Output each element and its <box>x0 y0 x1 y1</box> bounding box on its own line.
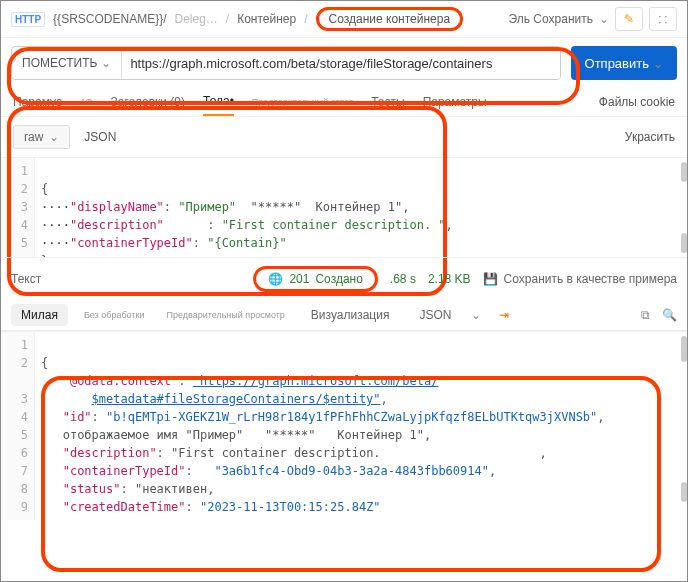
scrollbar[interactable] <box>681 482 687 502</box>
chevron-down-icon <box>49 130 59 144</box>
tab-headers[interactable]: Заголовки (9) <box>110 95 185 115</box>
chevron-down-icon[interactable] <box>599 12 609 26</box>
url-input[interactable] <box>122 47 559 79</box>
breadcrumb-srs: {{SRSCODENAME}}/ <box>53 12 166 26</box>
scrollbar[interactable] <box>681 162 687 182</box>
chevron-down-icon <box>653 56 663 71</box>
resp-lang-json[interactable]: JSON <box>409 304 461 326</box>
resp-tab-preview[interactable]: Предварительный просмотр <box>160 306 290 324</box>
resp-tab-visual[interactable]: Визуализация <box>301 304 400 326</box>
breadcrumb-sep1: / <box>226 12 229 26</box>
tab-auth[interactable]: АФ <box>80 97 93 113</box>
tab-settings[interactable]: Параметры <box>423 95 487 115</box>
response-label: Текст <box>11 272 41 286</box>
resp-size: 2.18 KB <box>428 272 471 286</box>
breadcrumb-sep2: / <box>304 12 307 26</box>
tab-tests[interactable]: Тесты <box>371 95 404 115</box>
save-example-link[interactable]: Сохранить в качестве примера <box>504 272 677 286</box>
body-lang-json[interactable]: JSON <box>84 130 116 144</box>
scrollbar[interactable] <box>681 336 687 362</box>
http-method-label: ПОМЕСТИТЬ <box>22 56 97 70</box>
status-pill: 🌐 201 Создано <box>253 266 377 292</box>
line-gutter: 123456789 <box>1 332 35 520</box>
save-button[interactable]: Эль Сохранить <box>509 12 593 26</box>
resp-time: .68 s <box>390 272 416 286</box>
tab-prereq[interactable]: Предварительный ответ <box>252 97 353 113</box>
line-gutter: 12345 <box>1 158 35 257</box>
tab-create-container[interactable]: Создание контейнера <box>316 7 464 31</box>
body-mode-raw[interactable]: raw <box>13 125 70 149</box>
request-body-editor[interactable]: { ····"displayName": "Пример" "*****" Ко… <box>35 158 687 257</box>
send-button[interactable]: Отправить <box>571 46 677 80</box>
wrap-icon[interactable]: ⇥ <box>499 308 509 322</box>
status-code: 201 <box>289 272 309 286</box>
breadcrumb-deleg: Deleg… <box>175 12 218 26</box>
resp-tab-raw[interactable]: Без обработки <box>78 306 151 324</box>
link-cookies[interactable]: Файлы cookie <box>599 95 675 115</box>
status-text: Создано <box>315 272 362 286</box>
chevron-down-icon <box>101 56 111 70</box>
http-method-select[interactable]: ПОМЕСТИТЬ <box>12 47 122 79</box>
http-badge: HTTP <box>11 12 45 27</box>
copy-icon[interactable]: ⧉ <box>641 308 650 322</box>
more-icon[interactable]: ⸬ <box>649 7 677 31</box>
search-icon[interactable]: 🔍 <box>662 308 677 322</box>
raw-label: raw <box>24 130 43 144</box>
tab-params[interactable]: Парамус <box>13 95 62 115</box>
scrollbar[interactable] <box>681 233 687 253</box>
chevron-down-icon[interactable] <box>471 308 481 322</box>
resp-tab-pretty[interactable]: Милая <box>11 304 68 326</box>
globe-icon: 🌐 <box>268 272 283 286</box>
save-icon: 💾 <box>483 272 498 286</box>
edit-icon[interactable]: ✎ <box>615 7 643 31</box>
beautify-link[interactable]: Украсить <box>625 130 675 144</box>
response-body[interactable]: { "@odata.context": "https://graph.micro… <box>35 332 687 520</box>
tab-body[interactable]: Тела• <box>203 94 234 116</box>
send-label: Отправить <box>585 56 649 71</box>
breadcrumb-container[interactable]: Контейнер <box>237 12 296 26</box>
